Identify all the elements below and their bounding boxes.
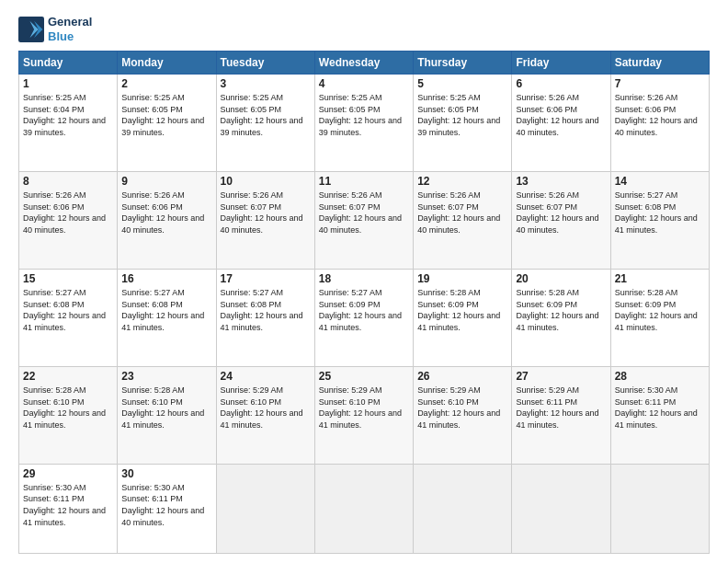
calendar-cell: 11 Sunrise: 5:26 AM Sunset: 6:07 PM Dayl… [314, 172, 413, 270]
day-number: 7 [615, 77, 705, 90]
day-info: Sunrise: 5:29 AM Sunset: 6:10 PM Dayligh… [221, 385, 311, 431]
day-info: Sunrise: 5:25 AM Sunset: 6:05 PM Dayligh… [121, 92, 211, 138]
weekday-tuesday: Tuesday [216, 52, 314, 75]
day-info: Sunrise: 5:28 AM Sunset: 6:10 PM Dayligh… [23, 385, 113, 431]
day-number: 12 [417, 175, 507, 188]
day-number: 4 [319, 77, 409, 90]
day-info: Sunrise: 5:28 AM Sunset: 6:09 PM Dayligh… [417, 287, 507, 333]
day-number: 13 [516, 175, 606, 188]
calendar-cell: 4 Sunrise: 5:25 AM Sunset: 6:05 PM Dayli… [314, 75, 413, 172]
calendar-cell: 15 Sunrise: 5:27 AM Sunset: 6:08 PM Dayl… [19, 270, 118, 367]
day-info: Sunrise: 5:29 AM Sunset: 6:11 PM Dayligh… [516, 385, 606, 431]
calendar-cell: 16 Sunrise: 5:27 AM Sunset: 6:08 PM Dayl… [118, 270, 216, 367]
day-number: 15 [23, 272, 113, 285]
calendar-cell: 13 Sunrise: 5:26 AM Sunset: 6:07 PM Dayl… [512, 172, 610, 270]
calendar-body: 1 Sunrise: 5:25 AM Sunset: 6:04 PM Dayli… [19, 75, 710, 554]
calendar-cell: 20 Sunrise: 5:28 AM Sunset: 6:09 PM Dayl… [512, 270, 610, 367]
weekday-thursday: Thursday [414, 52, 512, 75]
calendar-cell: 2 Sunrise: 5:25 AM Sunset: 6:05 PM Dayli… [118, 75, 216, 172]
day-number: 23 [121, 370, 211, 383]
calendar-cell: 19 Sunrise: 5:28 AM Sunset: 6:09 PM Dayl… [414, 270, 512, 367]
logo: General Blue [18, 15, 92, 43]
day-number: 20 [516, 272, 606, 285]
calendar-cell: 23 Sunrise: 5:28 AM Sunset: 6:10 PM Dayl… [118, 366, 216, 464]
page: General Blue SundayMondayTuesdayWednesda… [0, 0, 728, 563]
calendar-cell: 12 Sunrise: 5:26 AM Sunset: 6:07 PM Dayl… [414, 172, 512, 270]
calendar-cell: 1 Sunrise: 5:25 AM Sunset: 6:04 PM Dayli… [19, 75, 118, 172]
calendar-header: SundayMondayTuesdayWednesdayThursdayFrid… [19, 52, 710, 75]
day-info: Sunrise: 5:28 AM Sunset: 6:09 PM Dayligh… [516, 287, 606, 333]
day-info: Sunrise: 5:30 AM Sunset: 6:11 PM Dayligh… [615, 385, 705, 431]
day-info: Sunrise: 5:29 AM Sunset: 6:10 PM Dayligh… [417, 385, 507, 431]
calendar-cell: 10 Sunrise: 5:26 AM Sunset: 6:07 PM Dayl… [216, 172, 314, 270]
calendar-cell [610, 464, 709, 553]
day-number: 17 [221, 272, 311, 285]
calendar-week-4: 22 Sunrise: 5:28 AM Sunset: 6:10 PM Dayl… [19, 366, 710, 464]
calendar-cell: 6 Sunrise: 5:26 AM Sunset: 6:06 PM Dayli… [512, 75, 610, 172]
calendar-cell: 30 Sunrise: 5:30 AM Sunset: 6:11 PM Dayl… [118, 464, 216, 553]
calendar-cell: 26 Sunrise: 5:29 AM Sunset: 6:10 PM Dayl… [414, 366, 512, 464]
day-info: Sunrise: 5:27 AM Sunset: 6:08 PM Dayligh… [221, 287, 311, 333]
calendar-week-5: 29 Sunrise: 5:30 AM Sunset: 6:11 PM Dayl… [19, 464, 710, 553]
logo-icon [18, 17, 44, 42]
day-number: 6 [516, 77, 606, 90]
calendar-week-3: 15 Sunrise: 5:27 AM Sunset: 6:08 PM Dayl… [19, 270, 710, 367]
weekday-monday: Monday [118, 52, 216, 75]
weekday-friday: Friday [512, 52, 610, 75]
day-info: Sunrise: 5:26 AM Sunset: 6:07 PM Dayligh… [516, 190, 606, 236]
day-info: Sunrise: 5:26 AM Sunset: 6:06 PM Dayligh… [121, 190, 211, 236]
day-number: 25 [319, 370, 409, 383]
header: General Blue [18, 15, 710, 43]
day-number: 21 [615, 272, 705, 285]
calendar-cell: 18 Sunrise: 5:27 AM Sunset: 6:09 PM Dayl… [314, 270, 413, 367]
calendar-cell: 14 Sunrise: 5:27 AM Sunset: 6:08 PM Dayl… [610, 172, 709, 270]
day-number: 28 [615, 370, 705, 383]
day-number: 5 [417, 77, 507, 90]
logo-text: General Blue [48, 15, 92, 43]
calendar-cell: 28 Sunrise: 5:30 AM Sunset: 6:11 PM Dayl… [610, 366, 709, 464]
day-info: Sunrise: 5:26 AM Sunset: 6:06 PM Dayligh… [23, 190, 113, 236]
day-number: 29 [23, 467, 113, 480]
day-info: Sunrise: 5:26 AM Sunset: 6:07 PM Dayligh… [221, 190, 311, 236]
day-number: 8 [23, 175, 113, 188]
day-number: 11 [319, 175, 409, 188]
day-number: 16 [121, 272, 211, 285]
day-info: Sunrise: 5:27 AM Sunset: 6:09 PM Dayligh… [319, 287, 409, 333]
calendar-cell: 9 Sunrise: 5:26 AM Sunset: 6:06 PM Dayli… [118, 172, 216, 270]
day-number: 2 [121, 77, 211, 90]
calendar-week-1: 1 Sunrise: 5:25 AM Sunset: 6:04 PM Dayli… [19, 75, 710, 172]
day-info: Sunrise: 5:25 AM Sunset: 6:05 PM Dayligh… [221, 92, 311, 138]
day-info: Sunrise: 5:28 AM Sunset: 6:10 PM Dayligh… [121, 385, 211, 431]
calendar-cell: 27 Sunrise: 5:29 AM Sunset: 6:11 PM Dayl… [512, 366, 610, 464]
calendar-cell: 7 Sunrise: 5:26 AM Sunset: 6:06 PM Dayli… [610, 75, 709, 172]
day-number: 19 [417, 272, 507, 285]
day-number: 26 [417, 370, 507, 383]
calendar-cell: 25 Sunrise: 5:29 AM Sunset: 6:10 PM Dayl… [314, 366, 413, 464]
day-info: Sunrise: 5:27 AM Sunset: 6:08 PM Dayligh… [23, 287, 113, 333]
calendar-cell [216, 464, 314, 553]
weekday-saturday: Saturday [610, 52, 709, 75]
day-info: Sunrise: 5:26 AM Sunset: 6:06 PM Dayligh… [516, 92, 606, 138]
weekday-header-row: SundayMondayTuesdayWednesdayThursdayFrid… [19, 52, 710, 75]
calendar-cell [314, 464, 413, 553]
day-number: 3 [221, 77, 311, 90]
calendar-cell: 24 Sunrise: 5:29 AM Sunset: 6:10 PM Dayl… [216, 366, 314, 464]
calendar-cell: 8 Sunrise: 5:26 AM Sunset: 6:06 PM Dayli… [19, 172, 118, 270]
calendar-cell: 3 Sunrise: 5:25 AM Sunset: 6:05 PM Dayli… [216, 75, 314, 172]
day-info: Sunrise: 5:27 AM Sunset: 6:08 PM Dayligh… [121, 287, 211, 333]
calendar-cell [414, 464, 512, 553]
day-info: Sunrise: 5:27 AM Sunset: 6:08 PM Dayligh… [615, 190, 705, 236]
calendar-week-2: 8 Sunrise: 5:26 AM Sunset: 6:06 PM Dayli… [19, 172, 710, 270]
calendar: SundayMondayTuesdayWednesdayThursdayFrid… [18, 51, 710, 554]
day-number: 10 [221, 175, 311, 188]
calendar-cell: 5 Sunrise: 5:25 AM Sunset: 6:05 PM Dayli… [414, 75, 512, 172]
calendar-cell: 21 Sunrise: 5:28 AM Sunset: 6:09 PM Dayl… [610, 270, 709, 367]
weekday-sunday: Sunday [19, 52, 118, 75]
day-info: Sunrise: 5:28 AM Sunset: 6:09 PM Dayligh… [615, 287, 705, 333]
weekday-wednesday: Wednesday [314, 52, 413, 75]
day-info: Sunrise: 5:25 AM Sunset: 6:05 PM Dayligh… [319, 92, 409, 138]
day-info: Sunrise: 5:26 AM Sunset: 6:07 PM Dayligh… [319, 190, 409, 236]
day-number: 22 [23, 370, 113, 383]
day-info: Sunrise: 5:25 AM Sunset: 6:04 PM Dayligh… [23, 92, 113, 138]
day-number: 24 [221, 370, 311, 383]
